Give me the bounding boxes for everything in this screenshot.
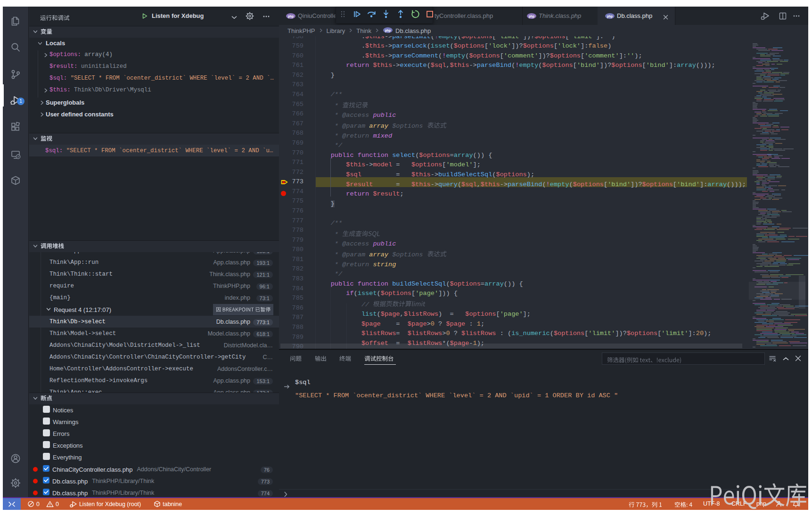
svg-text:php: php [529,15,534,18]
svg-text:php: php [288,15,294,18]
svg-text:php: php [607,15,613,18]
svg-text:php: php [385,28,391,32]
